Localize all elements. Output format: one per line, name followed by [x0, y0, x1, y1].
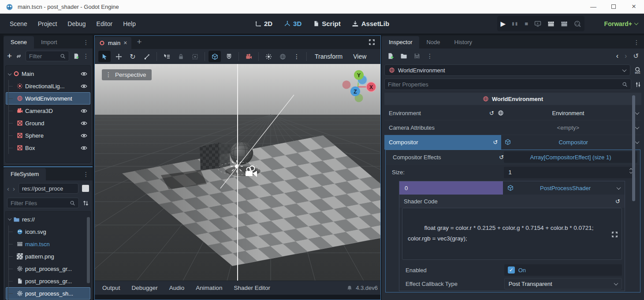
class-header[interactable]: WorldEnvironment [384, 93, 641, 105]
fs-row-root[interactable]: res:// [6, 213, 90, 225]
pause-button[interactable]: ▮▮ [512, 21, 518, 26]
bottom-tab-shader-editor[interactable]: Shader Editor [229, 283, 275, 293]
movie-maker-button[interactable] [574, 20, 581, 27]
sort-files-icon[interactable] [82, 200, 89, 206]
fs-row-icon-svg[interactable]: icon.svg [6, 225, 90, 238]
close-tab-icon[interactable]: × [123, 39, 127, 46]
attach-script-icon[interactable] [73, 53, 79, 60]
renderer-selector[interactable]: Forward+ [604, 14, 638, 34]
shader-code-header[interactable]: Shader Code ↺ [399, 195, 625, 208]
inspector-dock-menu-icon[interactable]: ⋮ [629, 36, 644, 49]
use-snap-toggle[interactable] [223, 51, 235, 62]
save-resource-icon[interactable] [413, 52, 421, 60]
workspace-2d-button[interactable]: 2D [255, 20, 272, 27]
workspace-3d-button[interactable]: 3D [284, 20, 302, 27]
play-custom-scene-button[interactable] [561, 20, 568, 27]
scene-dock-menu-icon[interactable]: ⋮ [79, 36, 93, 49]
preview-sun-toggle[interactable] [262, 51, 275, 62]
callback-type-dropdown[interactable]: Post Transparent [504, 278, 622, 289]
menu-editor[interactable]: Editor [91, 18, 118, 30]
view-menu[interactable]: View [349, 53, 371, 60]
history-back-icon[interactable]: ‹ [616, 52, 618, 60]
menu-scene[interactable]: Scene [4, 18, 33, 30]
property-row-compositor-effects[interactable]: Compositor Effects ↺ Array[CompositorEff… [386, 150, 640, 165]
maximize-button[interactable] [603, 0, 624, 13]
instance-scene-icon[interactable] [15, 53, 22, 60]
enabled-checkbox-wrap[interactable]: ✓ On [504, 264, 622, 276]
history-forward-icon[interactable]: › [625, 52, 627, 60]
current-path[interactable]: res://post_proce [19, 183, 78, 194]
revert-icon[interactable]: ↺ [489, 110, 494, 116]
tab-filesystem[interactable]: FileSystem [4, 168, 46, 180]
stop-button[interactable]: ■ [525, 20, 528, 27]
tab-import[interactable]: Import [34, 36, 64, 49]
tab-node[interactable]: Node [419, 36, 447, 49]
property-row-environment[interactable]: Environment ↺ Environment [384, 106, 641, 120]
filesystem-dock-menu-icon[interactable]: ⋮ [79, 168, 93, 180]
menu-project[interactable]: Project [33, 18, 63, 30]
array-editor-button[interactable]: Array[CompositorEffect] (size 1) [504, 151, 637, 163]
viewport-3d[interactable]: Y X Z ⋮ Perspective [95, 64, 380, 281]
tree-row-main[interactable]: Main [6, 68, 90, 80]
scene-filter-input[interactable] [29, 53, 60, 60]
tree-row-ground[interactable]: Ground [6, 117, 90, 129]
tab-inspector[interactable]: Inspector [382, 36, 419, 49]
revert-icon[interactable]: ↺ [499, 154, 504, 161]
visibility-eye-icon[interactable] [81, 71, 87, 76]
fs-row-post-process-sh[interactable]: post_process_sh... [6, 287, 90, 300]
collapse-icon[interactable] [8, 72, 11, 75]
preview-environment-toggle[interactable] [276, 51, 289, 62]
item-index-badge[interactable]: 0 [399, 181, 503, 195]
bottom-tab-audio[interactable]: Audio [164, 283, 190, 293]
scale-tool-button[interactable] [141, 51, 153, 62]
expand-viewport-icon[interactable] [369, 39, 375, 45]
filesystem-scrollbar[interactable] [87, 217, 90, 283]
property-tools-icon[interactable] [635, 81, 641, 88]
new-resource-icon[interactable] [387, 52, 394, 60]
bottom-tab-output[interactable]: Output [97, 283, 125, 293]
tree-row-sphere[interactable]: Sphere [6, 129, 90, 142]
fs-row-post-process-gd[interactable]: post_process_gr... [6, 262, 90, 275]
collapse-icon[interactable] [8, 217, 11, 220]
fs-row-post-process-shader[interactable]: post_process_gr... [6, 275, 90, 287]
play-scene-button[interactable] [547, 20, 555, 27]
revert-icon[interactable]: ↺ [615, 198, 620, 205]
camera-preview-toggle[interactable] [242, 51, 255, 62]
checkbox-checked-icon[interactable]: ✓ [508, 266, 515, 274]
tree-row-directionallight[interactable]: DirectionalLig... [6, 80, 90, 92]
visibility-eye-icon[interactable] [81, 121, 87, 126]
transform-menu[interactable]: Transform [310, 53, 347, 60]
group-node-button[interactable] [189, 51, 201, 62]
visibility-eye-icon[interactable] [81, 109, 87, 113]
expand-editor-icon[interactable] [611, 231, 618, 238]
scene-tree-menu-icon[interactable]: ⋮ [83, 52, 89, 60]
property-row-compositor[interactable]: Compositor ↺ Compositor [384, 135, 641, 150]
file-filter-input[interactable] [11, 200, 70, 206]
use-local-space-toggle[interactable] [208, 51, 221, 62]
visibility-eye-icon[interactable] [81, 84, 87, 89]
bottom-tab-debugger[interactable]: Debugger [127, 283, 163, 293]
tree-row-camera3d[interactable]: Camera3D [6, 105, 90, 117]
property-row-effect-callback-type[interactable]: Effect Callback Type Post Transparent [399, 277, 625, 291]
minimize-button[interactable]: — [583, 0, 603, 13]
revert-icon[interactable]: ↺ [493, 139, 498, 146]
menu-debug[interactable]: Debug [62, 18, 91, 30]
add-node-button[interactable]: + [7, 51, 12, 61]
resource-menu-icon[interactable]: ⋮ [427, 52, 433, 60]
new-scene-tab-button[interactable]: + [131, 36, 147, 49]
nav-forward-icon[interactable]: › [13, 185, 15, 192]
lock-node-button[interactable] [175, 51, 187, 62]
fs-row-pattern-png[interactable]: pattern.png [6, 250, 90, 262]
workspace-assetlib-button[interactable]: AssetLib [352, 20, 389, 27]
scene-tab-main[interactable]: main × [95, 37, 131, 49]
close-button[interactable]: × [624, 0, 644, 13]
toggle-split-mode-button[interactable] [82, 185, 89, 192]
menu-help[interactable]: Help [118, 18, 141, 30]
select-tool-button[interactable] [98, 51, 111, 62]
play-button[interactable]: ▶ [501, 20, 506, 28]
array-size-input[interactable]: 1 [504, 167, 636, 178]
tree-row-box[interactable]: Box [6, 142, 90, 154]
property-row-enabled[interactable]: Enabled ✓ On [399, 263, 625, 277]
list-select-tool-button[interactable] [160, 51, 173, 62]
shader-code-editor[interactable]: float gray = color.r * 0.2125 + color.g … [402, 208, 622, 260]
